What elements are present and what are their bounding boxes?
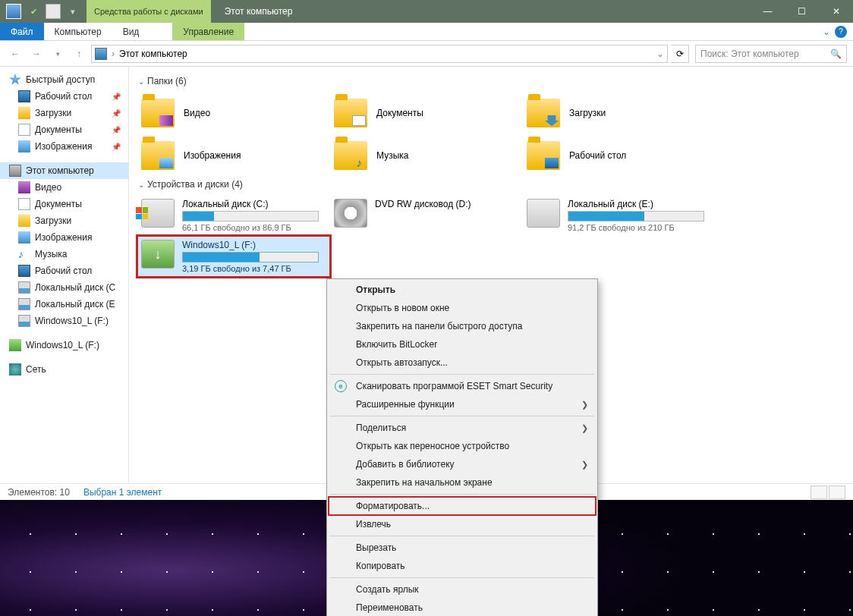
- drive-bar: [182, 211, 319, 222]
- menu-separator: [330, 536, 594, 536]
- address-dropdown-icon[interactable]: ⌄: [656, 49, 664, 59]
- menu-share[interactable]: Поделиться❯: [329, 419, 596, 437]
- nav-documents[interactable]: Документы📌: [0, 121, 128, 138]
- nav-documents2[interactable]: Документы: [0, 196, 128, 212]
- chevron-down-icon: ⌄: [138, 77, 144, 86]
- drive-f-selected[interactable]: ↓ Windows10_L (F:) 3,19 ГБ свободно из 7…: [138, 237, 329, 276]
- help-icon[interactable]: ?: [835, 26, 847, 38]
- submenu-arrow-icon: ❯: [581, 400, 588, 410]
- menu-advanced[interactable]: Расширенные функции❯: [329, 395, 596, 413]
- drive-bar: [182, 252, 319, 262]
- address-bar[interactable]: › Этот компьютер ⌄: [91, 45, 668, 63]
- nav-network[interactable]: Сеть: [0, 361, 128, 378]
- view-large-button[interactable]: [829, 486, 845, 499]
- submenu-arrow-icon: ❯: [581, 423, 588, 433]
- view-details-button[interactable]: [811, 486, 827, 499]
- up-button[interactable]: ↑: [70, 45, 88, 63]
- nav-usb-f2[interactable]: Windows10_L (F:): [0, 337, 128, 354]
- drive-free-text: 91,2 ГБ свободно из 210 ГБ: [568, 223, 712, 232]
- nav-disk-c[interactable]: Локальный диск (C: [0, 279, 128, 296]
- chevron-down-icon: ⌄: [138, 181, 144, 189]
- close-button[interactable]: ✕: [819, 0, 853, 23]
- menu-portable-device[interactable]: Открыть как переносное устройство: [329, 437, 596, 455]
- ribbon-tab-view[interactable]: Вид: [112, 23, 150, 40]
- menu-eset-scan[interactable]: eСканировать программой ESET Smart Secur…: [329, 377, 596, 395]
- menu-separator: [330, 416, 594, 416]
- search-icon: 🔍: [830, 49, 842, 59]
- qat-properties-icon[interactable]: [6, 4, 21, 19]
- menu-create-shortcut[interactable]: Создать ярлык: [329, 580, 596, 599]
- drive-icon: [527, 199, 560, 228]
- pc-icon: [95, 48, 107, 60]
- nav-music[interactable]: ♪Музыка: [0, 246, 128, 262]
- nav-desktop[interactable]: Рабочий стол📌: [0, 88, 128, 105]
- drive-c[interactable]: Локальный диск (C:) 66,1 ГБ свободно из …: [138, 196, 329, 235]
- menu-copy[interactable]: Копировать: [329, 557, 596, 575]
- ribbon-tab-manage[interactable]: Управление: [172, 23, 244, 40]
- dvd-icon: [334, 199, 367, 228]
- qat-new-folder-icon[interactable]: [46, 4, 61, 19]
- menu-pin-start[interactable]: Закрепить на начальном экране: [329, 473, 596, 492]
- ribbon-expand-icon[interactable]: ⌄: [823, 27, 830, 37]
- menu-pin-quick-access[interactable]: Закрепить на панели быстрого доступа: [329, 317, 596, 335]
- ribbon-right: ⌄ ?: [823, 23, 853, 40]
- nav-disk-e[interactable]: Локальный диск (E: [0, 296, 128, 313]
- menu-cut[interactable]: Вырезать: [329, 539, 596, 557]
- window-title: Этот компьютер: [225, 6, 293, 17]
- ribbon-tab-computer[interactable]: Компьютер: [44, 23, 112, 40]
- qat-dropdown-icon[interactable]: ▾: [65, 4, 80, 19]
- ribbon-tab-file[interactable]: Файл: [0, 23, 44, 40]
- folder-music[interactable]: ♪Музыка: [331, 135, 522, 176]
- folder-documents[interactable]: Документы: [331, 93, 522, 134]
- menu-add-library[interactable]: Добавить в библиотеку❯: [329, 455, 596, 473]
- menu-separator: [330, 577, 594, 578]
- menu-separator: [330, 374, 594, 375]
- maximize-button[interactable]: ☐: [785, 0, 819, 23]
- nav-downloads2[interactable]: Загрузки: [0, 212, 128, 229]
- menu-bitlocker[interactable]: Включить BitLocker: [329, 335, 596, 354]
- menu-format[interactable]: Форматировать...: [329, 497, 596, 515]
- folder-pictures[interactable]: Изображения: [138, 135, 329, 176]
- section-drives[interactable]: ⌄Устройства и диски (4): [138, 179, 844, 190]
- refresh-button[interactable]: ⟳: [671, 45, 689, 63]
- nav-downloads[interactable]: Загрузки📌: [0, 105, 128, 121]
- menu-open[interactable]: Открыть: [329, 281, 596, 299]
- folder-desktop[interactable]: Рабочий стол: [524, 135, 715, 176]
- ribbon: Файл Компьютер Вид Управление ⌄ ?: [0, 23, 853, 41]
- nav-pictures[interactable]: Изображения📌: [0, 138, 128, 155]
- search-placeholder: Поиск: Этот компьютер: [700, 49, 830, 59]
- drive-e[interactable]: Локальный диск (E:) 91,2 ГБ свободно из …: [524, 196, 715, 235]
- qat-check-icon[interactable]: ✔: [26, 4, 41, 19]
- nav-desktop2[interactable]: Рабочий стол: [0, 262, 128, 279]
- status-count: Элементов: 10: [8, 487, 70, 498]
- search-input[interactable]: Поиск: Этот компьютер 🔍: [695, 45, 847, 63]
- section-folders[interactable]: ⌄Папки (6): [138, 76, 844, 86]
- drive-dvd[interactable]: DVD RW дисковод (D:): [331, 196, 522, 235]
- drive-free-text: 3,19 ГБ свободно из 7,47 ГБ: [182, 264, 326, 273]
- usb-icon: ↓: [141, 240, 175, 269]
- eset-icon: e: [335, 380, 347, 392]
- nav-pane: Быстрый доступ Рабочий стол📌 Загрузки📌 Д…: [0, 67, 129, 483]
- nav-usb-f[interactable]: Windows10_L (F:): [0, 313, 128, 329]
- drive-bar: [568, 211, 704, 222]
- breadcrumb[interactable]: Этот компьютер: [119, 49, 187, 59]
- nav-video[interactable]: Видео: [0, 179, 128, 196]
- menu-separator: [330, 494, 594, 495]
- forward-button[interactable]: →: [27, 45, 46, 63]
- nav-quick-access[interactable]: Быстрый доступ: [0, 71, 128, 88]
- menu-autoplay[interactable]: Открыть автозапуск...: [329, 354, 596, 372]
- context-menu: Открыть Открыть в новом окне Закрепить н…: [326, 278, 598, 616]
- nav-pictures2[interactable]: Изображения: [0, 229, 128, 246]
- breadcrumb-sep: ›: [112, 49, 115, 59]
- back-button[interactable]: ←: [6, 45, 24, 63]
- minimize-button[interactable]: —: [751, 0, 785, 23]
- menu-open-new-window[interactable]: Открыть в новом окне: [329, 299, 596, 317]
- menu-eject[interactable]: Извлечь: [329, 515, 596, 533]
- folder-downloads[interactable]: Загрузки: [524, 93, 715, 134]
- folder-video[interactable]: Видео: [138, 93, 329, 134]
- drive-icon: [141, 199, 175, 228]
- nav-this-pc[interactable]: Этот компьютер: [0, 162, 128, 179]
- drive-label: Локальный диск (C:): [182, 199, 326, 209]
- recent-dropdown[interactable]: ▾: [49, 45, 67, 63]
- menu-rename[interactable]: Переименовать: [329, 599, 596, 616]
